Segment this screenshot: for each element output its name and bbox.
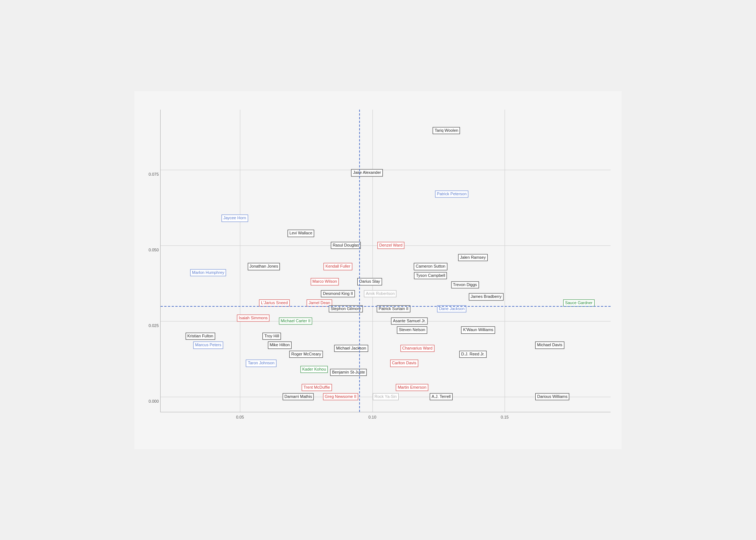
player-label: Denzel Ward <box>377 242 404 249</box>
player-label: Sauce Gardner <box>563 299 595 306</box>
player-label: Mike Hilton <box>268 342 291 349</box>
player-label: Patrick Peterson <box>435 190 468 197</box>
player-label: Jonathan Jones <box>248 263 280 270</box>
player-label: Roger McCreary <box>289 351 323 358</box>
player-label: Darious Williams <box>535 393 569 400</box>
player-label: Rasul Douglas <box>331 242 361 249</box>
player-label: Kendall Fuller <box>324 263 352 270</box>
player-label: Trent McDuffie <box>302 384 332 391</box>
player-label: Charvarius Ward <box>400 345 434 352</box>
player-label: Michael Jackson <box>334 345 368 352</box>
player-label: Marcus Peters <box>193 342 223 349</box>
player-label: Jamel Dean <box>307 299 332 306</box>
chart-container: 0.0000.0250.0500.0750.050.100.15Tariq Wo… <box>134 91 622 449</box>
player-label: Amik Robertson <box>364 290 396 297</box>
player-label: Kristian Fulton <box>185 333 215 340</box>
player-label: Asante Samuel Jr. <box>391 317 427 324</box>
player-label: Rock Ya-Sin <box>372 393 398 400</box>
player-label: Damarri Mathis <box>283 393 314 400</box>
player-label: Michael Davis <box>535 342 564 349</box>
player-label: Trevon Diggs <box>451 281 479 288</box>
player-label: Marco Wilson <box>310 278 339 285</box>
player-label: Jaire Alexander <box>351 169 383 176</box>
player-label: K'Waun Williams <box>461 327 495 334</box>
player-label: James Bradberry <box>469 293 504 300</box>
player-label: Jalen Ramsey <box>458 254 488 261</box>
player-label: Marlon Humphrey <box>190 269 226 276</box>
player-label: Greg Newsome II <box>323 393 358 400</box>
player-label: Michael Carter II <box>279 317 312 324</box>
player-label: Cameron Sutton <box>414 263 447 270</box>
player-label: Jaycee Horn <box>221 215 248 222</box>
player-label: Kader Kohou <box>300 366 328 373</box>
player-label: Taron Johnson <box>246 360 276 367</box>
player-label: Benjamin St-Juste <box>330 369 367 376</box>
plot-area: 0.0000.0250.0500.0750.050.100.15Tariq Wo… <box>160 110 611 412</box>
player-label: Steven Nelson <box>397 327 427 334</box>
player-label: Isaiah Simmons <box>237 314 269 321</box>
player-label: D.J. Reed Jr. <box>459 351 487 358</box>
player-label: Carlton Davis <box>390 360 418 367</box>
player-label: Levi Wallace <box>288 230 314 237</box>
player-label: Tyson Campbell <box>414 272 447 279</box>
player-label: Martin Emerson <box>396 384 428 391</box>
player-label: L'Jarius Sneed <box>259 299 289 306</box>
player-label: Tariq Woolen <box>433 127 460 134</box>
player-label: A.J. Terrell <box>430 393 453 400</box>
player-label: Desmond King II <box>321 290 355 297</box>
player-label: Troy Hill <box>262 333 281 340</box>
player-label: Darius Slay <box>357 278 382 285</box>
